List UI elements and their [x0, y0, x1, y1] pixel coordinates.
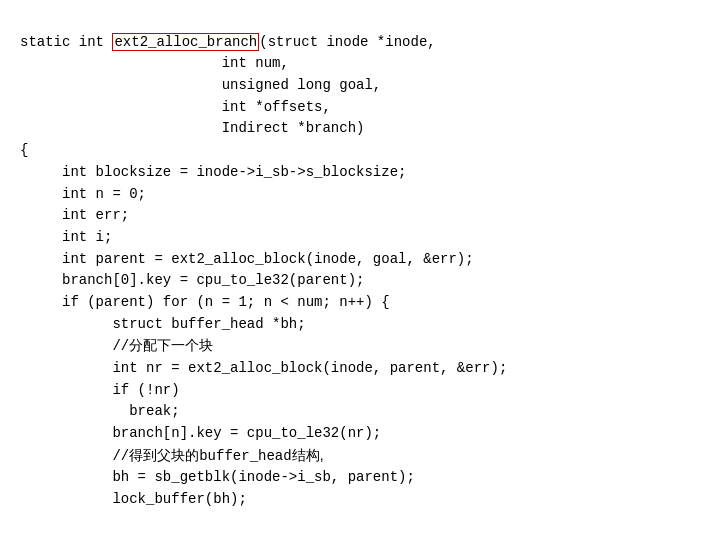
- code-text: static int: [20, 34, 112, 50]
- code-line: bh = sb_getblk(inode->i_sb, parent);: [20, 467, 700, 489]
- code-line: int blocksize = inode->i_sb->s_blocksize…: [20, 162, 700, 184]
- code-text: struct buffer_head *bh;: [20, 316, 306, 332]
- code-text: branch[n].key = cpu_to_le32(nr);: [20, 425, 381, 441]
- code-line: //得到父块的buffer_head结构,: [20, 445, 700, 468]
- code-line: //分配下一个块: [20, 335, 700, 358]
- code-text: (struct inode *inode,: [259, 34, 435, 50]
- code-line: int parent = ext2_alloc_block(inode, goa…: [20, 249, 700, 271]
- code-line: Indirect *branch): [20, 118, 700, 140]
- code-line: branch[0].key = cpu_to_le32(parent);: [20, 270, 700, 292]
- highlighted-function-name: ext2_alloc_branch: [112, 33, 259, 51]
- code-text: if (parent) for (n = 1; n < num; n++) {: [20, 294, 390, 310]
- code-line: if (parent) for (n = 1; n < num; n++) {: [20, 292, 700, 314]
- code-text: int parent = ext2_alloc_block(inode, goa…: [20, 251, 474, 267]
- code-text: {: [20, 142, 28, 158]
- code-text: Indirect *branch): [20, 120, 364, 136]
- code-line: int err;: [20, 205, 700, 227]
- chinese-comment: 得到父块的: [129, 447, 199, 463]
- code-text: int num,: [20, 55, 289, 71]
- code-text: int n = 0;: [20, 186, 146, 202]
- code-line: break;: [20, 401, 700, 423]
- code-text: break;: [20, 403, 180, 419]
- code-text: bh = sb_getblk(inode->i_sb, parent);: [20, 469, 415, 485]
- code-text: //: [20, 448, 129, 464]
- code-line: int num,: [20, 53, 700, 75]
- chinese-comment: 分配下一个块: [129, 337, 213, 353]
- code-line: unsigned long goal,: [20, 75, 700, 97]
- code-line: {: [20, 140, 700, 162]
- code-text: int i;: [20, 229, 112, 245]
- code-text: int err;: [20, 207, 129, 223]
- code-line: if (!nr): [20, 380, 700, 402]
- code-line: static int ext2_alloc_branch(struct inod…: [20, 32, 700, 54]
- code-text: if (!nr): [20, 382, 180, 398]
- code-text: //: [20, 338, 129, 354]
- code-line: int i;: [20, 227, 700, 249]
- code-line: int *offsets,: [20, 97, 700, 119]
- code-text: buffer_head: [199, 448, 291, 464]
- code-line: branch[n].key = cpu_to_le32(nr);: [20, 423, 700, 445]
- code-text: int blocksize = inode->i_sb->s_blocksize…: [20, 164, 406, 180]
- code-text: int nr = ext2_alloc_block(inode, parent,…: [20, 360, 507, 376]
- code-text: int *offsets,: [20, 99, 331, 115]
- chinese-comment: 结构,: [292, 447, 324, 463]
- code-block: static int ext2_alloc_branch(struct inod…: [20, 10, 700, 511]
- code-text: branch[0].key = cpu_to_le32(parent);: [20, 272, 364, 288]
- code-text: lock_buffer(bh);: [20, 491, 247, 507]
- code-line: int nr = ext2_alloc_block(inode, parent,…: [20, 358, 700, 380]
- code-text: unsigned long goal,: [20, 77, 381, 93]
- code-line: lock_buffer(bh);: [20, 489, 700, 511]
- code-line: int n = 0;: [20, 184, 700, 206]
- code-line: struct buffer_head *bh;: [20, 314, 700, 336]
